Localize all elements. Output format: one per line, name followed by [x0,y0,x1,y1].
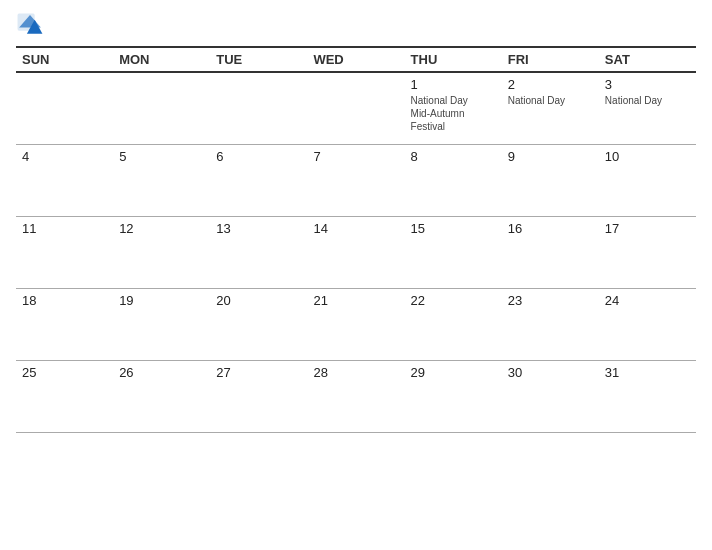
calendar-cell: 26 [113,360,210,432]
day-number: 25 [22,365,107,380]
calendar-cell: 11 [16,216,113,288]
calendar-cell [210,72,307,144]
day-number: 2 [508,77,593,92]
calendar-cell [307,72,404,144]
day-number: 1 [411,77,496,92]
calendar-cell: 29 [405,360,502,432]
day-number: 20 [216,293,301,308]
day-number: 15 [411,221,496,236]
calendar-cell: 7 [307,144,404,216]
event-label: Festival [411,120,496,133]
calendar-cell: 14 [307,216,404,288]
calendar-cell: 12 [113,216,210,288]
day-number: 7 [313,149,398,164]
calendar-cell: 25 [16,360,113,432]
day-number: 4 [22,149,107,164]
calendar-cell [113,72,210,144]
calendar-cell: 30 [502,360,599,432]
event-label: National Day [411,94,496,107]
calendar-cell: 31 [599,360,696,432]
logo [16,12,48,40]
weekday-fri: FRI [502,48,599,72]
weekday-thu: THU [405,48,502,72]
calendar-cell: 6 [210,144,307,216]
day-number: 5 [119,149,204,164]
calendar-cell: 10 [599,144,696,216]
calendar-cell: 23 [502,288,599,360]
calendar-cell: 17 [599,216,696,288]
day-number: 6 [216,149,301,164]
day-number: 27 [216,365,301,380]
calendar-cell: 20 [210,288,307,360]
day-number: 17 [605,221,690,236]
event-label: Mid-Autumn [411,107,496,120]
day-number: 11 [22,221,107,236]
day-number: 12 [119,221,204,236]
day-number: 21 [313,293,398,308]
calendar-cell: 22 [405,288,502,360]
logo-icon [16,12,44,40]
calendar-grid: SUNMONTUEWEDTHUFRISAT 1National DayMid-A… [16,48,696,433]
week-row-4: 18192021222324 [16,288,696,360]
calendar-cell: 15 [405,216,502,288]
day-number: 18 [22,293,107,308]
event-label: National Day [605,94,690,107]
calendar-cell: 1National DayMid-AutumnFestival [405,72,502,144]
event-label: National Day [508,94,593,107]
calendar-cell: 4 [16,144,113,216]
calendar-container: SUNMONTUEWEDTHUFRISAT 1National DayMid-A… [0,0,712,550]
calendar-cell: 19 [113,288,210,360]
calendar-cell: 9 [502,144,599,216]
calendar-cell: 16 [502,216,599,288]
calendar-cell: 27 [210,360,307,432]
week-row-5: 25262728293031 [16,360,696,432]
calendar-cell: 18 [16,288,113,360]
day-number: 3 [605,77,690,92]
day-number: 14 [313,221,398,236]
calendar-cell: 8 [405,144,502,216]
calendar-cell: 24 [599,288,696,360]
calendar-cell [16,72,113,144]
day-number: 22 [411,293,496,308]
day-number: 26 [119,365,204,380]
calendar-cell: 21 [307,288,404,360]
calendar-cell: 28 [307,360,404,432]
day-number: 13 [216,221,301,236]
day-number: 24 [605,293,690,308]
week-row-1: 1National DayMid-AutumnFestival2National… [16,72,696,144]
weekday-wed: WED [307,48,404,72]
calendar-cell: 13 [210,216,307,288]
day-number: 19 [119,293,204,308]
day-number: 29 [411,365,496,380]
week-row-3: 11121314151617 [16,216,696,288]
weekday-mon: MON [113,48,210,72]
weekday-tue: TUE [210,48,307,72]
day-number: 9 [508,149,593,164]
day-number: 23 [508,293,593,308]
day-number: 31 [605,365,690,380]
weekday-sun: SUN [16,48,113,72]
calendar-cell: 3National Day [599,72,696,144]
weekday-sat: SAT [599,48,696,72]
day-number: 30 [508,365,593,380]
weekday-header-row: SUNMONTUEWEDTHUFRISAT [16,48,696,72]
day-number: 28 [313,365,398,380]
day-number: 16 [508,221,593,236]
day-number: 10 [605,149,690,164]
calendar-cell: 5 [113,144,210,216]
day-number: 8 [411,149,496,164]
calendar-cell: 2National Day [502,72,599,144]
week-row-2: 45678910 [16,144,696,216]
calendar-header [16,12,696,40]
